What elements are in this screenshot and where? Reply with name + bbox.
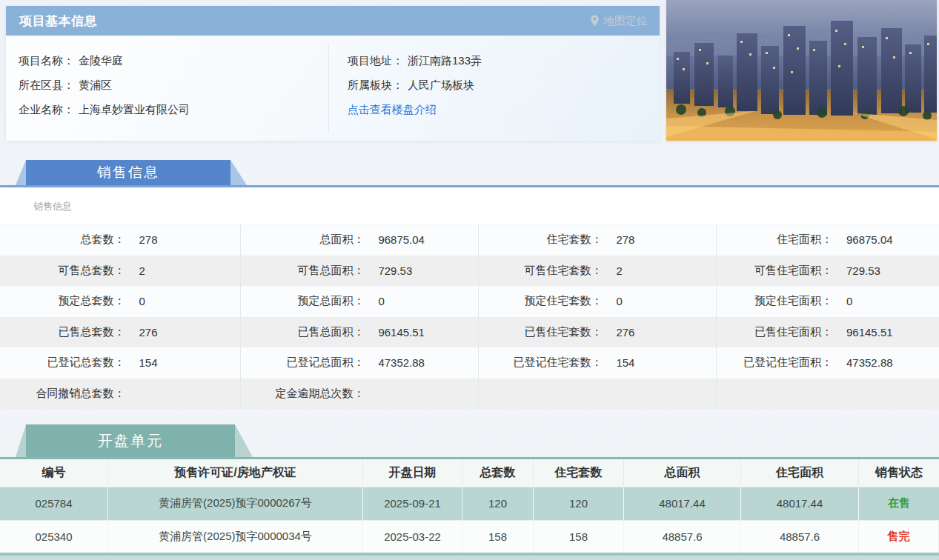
cell-residential-area: 48017.44 xyxy=(741,487,859,520)
field-value: 96875.04 xyxy=(378,233,425,246)
sales-field-residential-area: 住宅面积：96875.04 xyxy=(717,224,939,256)
project-info-left-column: 项目名称：金陵华庭 所在区县：黄浦区 企业名称：上海卓妙置业有限公司 xyxy=(6,36,328,141)
column-header-opening-date: 开盘日期 xyxy=(363,459,462,487)
field-value: 154 xyxy=(139,356,157,369)
field-label: 已售住宅面积： xyxy=(717,325,832,339)
field-label: 项目名称： xyxy=(19,54,74,67)
field-label: 合同撤销总套数： xyxy=(0,387,125,401)
field-label: 已登记总套数： xyxy=(0,356,125,370)
sales-info-panel: 销售信息 总套数：278 总面积：96875.04 住宅套数：278 住宅面积：… xyxy=(0,187,939,409)
field-value: 浙江南路133弄 xyxy=(408,54,482,67)
field-value: 96145.51 xyxy=(378,326,425,339)
tab-flare-left xyxy=(16,160,26,185)
field-label: 总面积： xyxy=(241,233,364,247)
cell-residential-units: 158 xyxy=(534,521,624,553)
field-label: 所属板块： xyxy=(348,79,403,91)
sales-info-table: 总套数：278 总面积：96875.04 住宅套数：278 住宅面积：96875… xyxy=(0,224,939,409)
sales-row: 可售总套数：2 可售总面积：729.53 可售住宅套数：2 可售住宅面积：729… xyxy=(0,256,939,287)
field-value: 0 xyxy=(846,295,852,307)
field-label: 预定总面积： xyxy=(241,294,364,308)
table-row[interactable]: 025340 黄浦房管(2025)预字0000034号 2025-03-22 1… xyxy=(0,521,939,554)
field-value: 47352.88 xyxy=(846,356,893,369)
sales-info-subtitle: 销售信息 xyxy=(0,187,939,224)
field-label: 已售住宅套数： xyxy=(479,325,602,339)
field-label: 项目地址： xyxy=(348,54,403,67)
cell-total-units: 158 xyxy=(462,521,534,553)
company-link[interactable]: 上海卓妙置业有限公司 xyxy=(79,103,190,116)
cell-residential-units: 120 xyxy=(534,487,624,520)
cell-total-area: 48857.6 xyxy=(624,521,741,553)
sales-field-reserved-residential-units: 预定住宅套数：0 xyxy=(479,286,717,317)
field-value: 278 xyxy=(616,233,634,246)
project-photo xyxy=(666,0,937,141)
cell-total-units: 120 xyxy=(462,487,534,520)
field-label: 可售住宅套数： xyxy=(479,264,602,278)
building-intro-link[interactable]: 点击查看楼盘介绍 xyxy=(348,103,437,116)
field-label: 住宅套数： xyxy=(479,233,602,247)
sales-row: 已登记总套数：154 已登记总面积：47352.88 已登记住宅套数：154 已… xyxy=(0,347,939,379)
sales-field-sold-residential-units: 已售住宅套数：276 xyxy=(479,317,717,348)
table-row[interactable]: 025784 黄浦房管(2025)预字0000267号 2025-09-21 1… xyxy=(0,487,939,521)
cell-license: 黄浦房管(2025)预字0000034号 xyxy=(108,521,363,553)
cell-license: 黄浦房管(2025)预字0000267号 xyxy=(108,487,363,520)
sales-field-reserved-residential-area: 预定住宅面积：0 xyxy=(717,286,939,317)
field-project-name: 项目名称：金陵华庭 xyxy=(19,48,328,73)
sales-field-sellable-area: 可售总面积：729.53 xyxy=(241,256,479,287)
field-value: 276 xyxy=(139,326,157,339)
field-value: 729.53 xyxy=(378,264,412,277)
page-title: 项目基本信息 xyxy=(19,13,97,30)
field-value: 黄浦区 xyxy=(79,79,112,91)
sales-field-registered-units: 已登记总套数：154 xyxy=(0,347,241,379)
tab-flare-left xyxy=(16,424,26,457)
field-company: 企业名称：上海卓妙置业有限公司 xyxy=(19,97,328,121)
tab-sales-info-label: 销售信息 xyxy=(97,164,159,180)
project-info-card: 项目基本信息 地图定位 项目名称：金陵华庭 所在区县：黄浦区 企业名称：上海卓 xyxy=(6,6,660,141)
field-label: 已售总套数： xyxy=(0,325,125,339)
field-value: 0 xyxy=(616,295,622,307)
sales-field-total-units: 总套数：278 xyxy=(0,224,241,256)
column-header-total-units: 总套数 xyxy=(462,459,534,487)
field-value: 278 xyxy=(139,233,157,246)
field-value: 276 xyxy=(616,326,634,339)
map-locate-link[interactable]: 地图定位 xyxy=(590,14,648,28)
column-header-id: 编号 xyxy=(0,459,108,487)
field-label: 已售总面积： xyxy=(241,325,364,339)
column-header-residential-units: 住宅套数 xyxy=(534,459,624,487)
page: 项目基本信息 地图定位 项目名称：金陵华庭 所在区县：黄浦区 企业名称：上海卓 xyxy=(0,0,939,560)
sales-field-sold-area: 已售总面积：96145.51 xyxy=(241,317,479,348)
cityscape-image xyxy=(666,0,937,141)
sales-row: 已售总套数：276 已售总面积：96145.51 已售住宅套数：276 已售住宅… xyxy=(0,317,939,348)
sales-field-residential-units: 住宅套数：278 xyxy=(479,224,717,256)
sales-row: 合同撤销总套数： 定金逾期总次数： xyxy=(0,379,939,410)
column-header-total-area: 总面积 xyxy=(624,459,741,487)
column-divider xyxy=(328,43,329,133)
project-info-body: 项目名称：金陵华庭 所在区县：黄浦区 企业名称：上海卓妙置业有限公司 项目地址：… xyxy=(6,36,660,141)
sales-field-sellable-units: 可售总套数：2 xyxy=(0,256,241,287)
field-address: 项目地址：浙江南路133弄 xyxy=(348,48,660,73)
sales-field-reserved-area: 预定总面积：0 xyxy=(241,286,479,317)
field-value: 729.53 xyxy=(846,264,880,277)
sales-field-empty xyxy=(479,379,717,410)
status-badge: 售完 xyxy=(859,521,939,553)
sales-field-total-area: 总面积：96875.04 xyxy=(241,224,479,256)
field-label: 预定住宅面积： xyxy=(717,294,832,308)
units-table-header: 编号 预售许可证/房地产权证 开盘日期 总套数 住宅套数 总面积 住宅面积 销售… xyxy=(0,459,939,487)
column-header-sales-status: 销售状态 xyxy=(859,459,939,487)
column-header-residential-area: 住宅面积 xyxy=(741,459,859,487)
field-value: 0 xyxy=(378,295,384,307)
field-value: 金陵华庭 xyxy=(79,54,123,67)
sales-field-sellable-residential-area: 可售住宅面积：729.53 xyxy=(717,256,939,287)
cell-total-area: 48017.44 xyxy=(624,487,741,520)
cell-opening-date: 2025-03-22 xyxy=(363,521,462,553)
field-label: 已登记住宅面积： xyxy=(717,356,832,370)
field-label: 定金逾期总次数： xyxy=(241,387,364,401)
field-value: 47352.88 xyxy=(378,356,425,369)
bottom-strip xyxy=(0,556,939,560)
sales-row: 预定总套数：0 预定总面积：0 预定住宅套数：0 预定住宅面积：0 xyxy=(0,286,939,317)
project-info-right-column: 项目地址：浙江南路133弄 所属板块：人民广场板块 点击查看楼盘介绍 xyxy=(328,36,660,141)
field-value: 2 xyxy=(139,264,145,277)
project-info-header: 项目基本信息 地图定位 xyxy=(6,6,660,36)
map-pin-icon xyxy=(590,15,600,27)
sales-field-reserved-units: 预定总套数：0 xyxy=(0,286,241,317)
sales-field-registered-residential-units: 已登记住宅套数：154 xyxy=(479,347,717,379)
